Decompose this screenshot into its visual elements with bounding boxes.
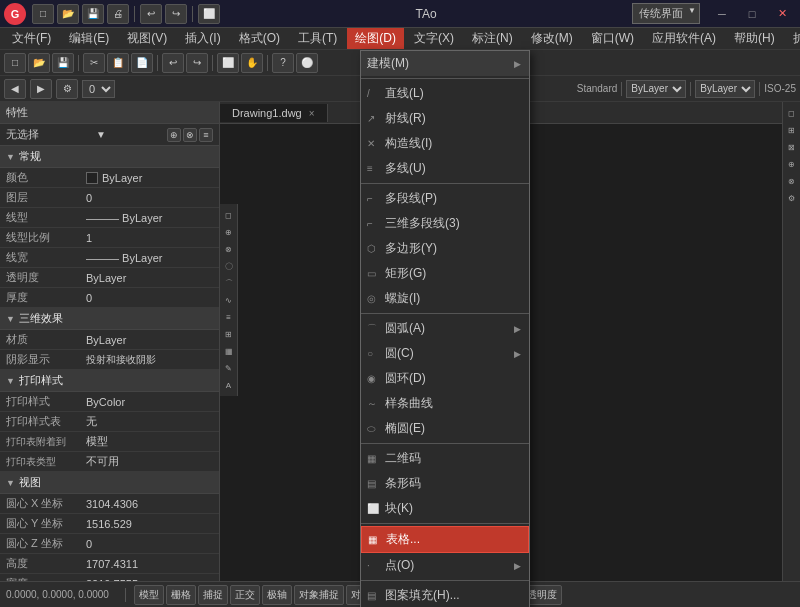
drawing-close-btn[interactable]: × [309,108,315,119]
zoom-btn[interactable]: ⬜ [217,53,239,73]
save-btn[interactable]: 💾 [82,4,104,24]
dd-spline[interactable]: ～ 样条曲线 [361,391,529,416]
ivt-btn5[interactable]: ⌒ [222,276,236,290]
prop-btn1[interactable]: ⊕ [167,128,181,142]
3d-btn[interactable]: ⬜ [198,4,220,24]
menu-help[interactable]: 帮助(H) [726,28,783,49]
ivt-btn6[interactable]: ∿ [222,293,236,307]
layer-next-btn[interactable]: ▶ [30,79,52,99]
copy-btn[interactable]: 📋 [107,53,129,73]
linescale-value[interactable]: 1 [80,230,219,246]
snap-btn[interactable]: 捕捉 [198,585,228,605]
menu-app[interactable]: 应用软件(A) [644,28,724,49]
dd-polygon[interactable]: ⬡ 多边形(Y) [361,236,529,261]
close-btn[interactable]: ✕ [768,4,796,24]
cz-value[interactable]: 0 [80,536,219,552]
maximize-btn[interactable]: □ [738,4,766,24]
section-print[interactable]: ▼ 打印样式 [0,370,219,392]
cx-value[interactable]: 3104.4306 [80,496,219,512]
layer-value[interactable]: 0 [80,190,219,206]
new-btn[interactable]: □ [4,53,26,73]
bylayer1-select[interactable]: ByLayer [626,80,686,98]
dd-3dpline[interactable]: ⌐ 三维多段线(3) [361,211,529,236]
section-general[interactable]: ▼ 常规 [0,146,219,168]
menu-format[interactable]: 格式(O) [231,28,288,49]
dd-table[interactable]: ▦ 表格... [361,526,529,553]
dd-line[interactable]: / 直线(L) [361,81,529,106]
dd-donut[interactable]: ◉ 圆环(D) [361,366,529,391]
undo-btn[interactable]: ↩ [140,4,162,24]
height-value[interactable]: 1707.4311 [80,556,219,572]
dd-qrcode[interactable]: ▦ 二维码 [361,446,529,471]
dd-ellipse[interactable]: ⬭ 椭圆(E) [361,416,529,441]
no-selection-dropdown[interactable]: 无选择 ▼ ⊕ ⊗ ≡ [0,124,219,146]
open-file-btn[interactable]: 📂 [28,53,50,73]
undo2-btn[interactable]: ↩ [162,53,184,73]
minimize-btn[interactable]: ─ [708,4,736,24]
new-file-btn[interactable]: □ [32,4,54,24]
menu-insert[interactable]: 插入(I) [177,28,228,49]
dd-block[interactable]: ⬜ 块(K) [361,496,529,521]
cy-value[interactable]: 1516.529 [80,516,219,532]
dd-xline[interactable]: ✕ 构造线(I) [361,131,529,156]
dd-mline[interactable]: ≡ 多线(U) [361,156,529,181]
section-3d[interactable]: ▼ 三维效果 [0,308,219,330]
dd-ray[interactable]: ↗ 射线(R) [361,106,529,131]
menu-annotate[interactable]: 标注(N) [464,28,521,49]
pstyle-attach-value[interactable]: 模型 [80,432,219,451]
dd-helix[interactable]: ◎ 螺旋(I) [361,286,529,311]
rt-btn6[interactable]: ⚙ [785,191,799,205]
linewidth-value[interactable]: ——— ByLayer [80,250,219,266]
ivt-btn2[interactable]: ⊕ [222,225,236,239]
ivt-btn7[interactable]: ≡ [222,310,236,324]
redo2-btn[interactable]: ↪ [186,53,208,73]
osnap-btn[interactable]: 对象捕捉 [294,585,344,605]
transparency-value[interactable]: ByLayer [80,270,219,286]
dd-circle[interactable]: ○ 圆(C) ▶ [361,341,529,366]
menu-file[interactable]: 文件(F) [4,28,59,49]
dd-point[interactable]: · 点(O) ▶ [361,553,529,578]
ivt-btn10[interactable]: ✎ [222,361,236,375]
pstyle-value[interactable]: ByColor [80,394,219,410]
dd-pline[interactable]: ⌐ 多段线(P) [361,186,529,211]
linetype-value[interactable]: ——— ByLayer [80,210,219,226]
rt-btn3[interactable]: ⊠ [785,140,799,154]
open-btn[interactable]: 📂 [57,4,79,24]
paste-btn[interactable]: 📄 [131,53,153,73]
layer-prev-btn[interactable]: ◀ [4,79,26,99]
menu-view[interactable]: 视图(V) [119,28,175,49]
layer-settings-btn[interactable]: ⚙ [56,79,78,99]
menu-window[interactable]: 窗口(W) [583,28,642,49]
pstyle-table-value[interactable]: 无 [80,412,219,431]
grid-btn[interactable]: 栅格 [166,585,196,605]
layer-select[interactable]: 0 [82,80,115,98]
dd-rect[interactable]: ▭ 矩形(G) [361,261,529,286]
ivt-btn11[interactable]: A [222,378,236,392]
pstyle-type-value[interactable]: 不可用 [80,452,219,471]
help-btn[interactable]: ? [272,53,294,73]
thickness-value[interactable]: 0 [80,290,219,306]
menu-modify[interactable]: 修改(M) [523,28,581,49]
rt-btn1[interactable]: ◻ [785,106,799,120]
dd-barcode[interactable]: ▤ 条形码 [361,471,529,496]
ortho-btn[interactable]: 正交 [230,585,260,605]
menu-text[interactable]: 文字(X) [406,28,462,49]
menu-edit[interactable]: 编辑(E) [61,28,117,49]
print-btn[interactable]: 🖨 [107,4,129,24]
circle-btn[interactable]: ⚪ [296,53,318,73]
menu-ext[interactable]: 扩展工具(E) [785,28,800,49]
ivt-btn8[interactable]: ⊞ [222,327,236,341]
rt-btn5[interactable]: ⊗ [785,174,799,188]
menu-tools[interactable]: 工具(T) [290,28,345,49]
dd-hatch[interactable]: ▤ 图案填充(H)... [361,583,529,607]
ivt-btn3[interactable]: ⊗ [222,242,236,256]
color-value[interactable]: ByLayer [80,170,219,186]
polar-btn[interactable]: 极轴 [262,585,292,605]
menu-draw[interactable]: 绘图(D) [347,28,404,49]
rt-btn4[interactable]: ⊕ [785,157,799,171]
pan-btn[interactable]: ✋ [241,53,263,73]
save-file-btn[interactable]: 💾 [52,53,74,73]
dd-arc[interactable]: ⌒ 圆弧(A) ▶ [361,316,529,341]
interface-dropdown[interactable]: 传统界面 ▼ [632,3,700,24]
ivt-btn1[interactable]: ◻ [222,208,236,222]
